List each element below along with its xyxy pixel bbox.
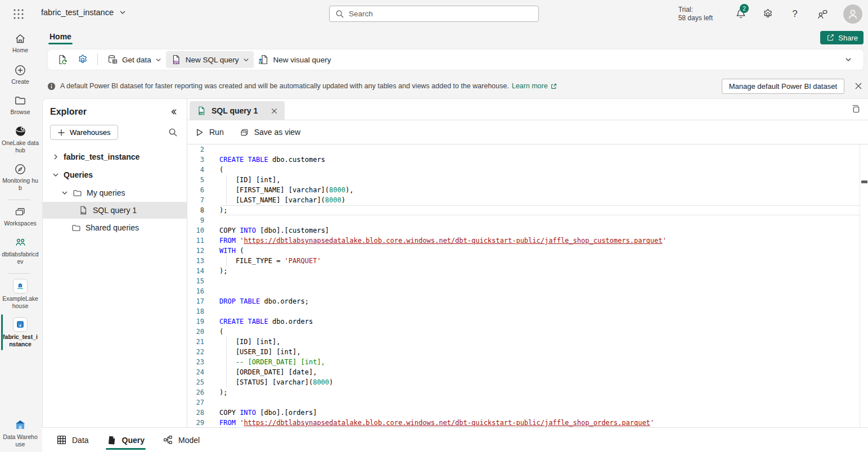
code-line-23[interactable]: 23 -- [ORDER_DATE] [int], [187,357,860,367]
code-line-20[interactable]: 20( [187,327,860,337]
line-number: 24 [187,367,204,377]
rail-item-examplelakehouse[interactable]: ExampleLakehouse [0,279,41,309]
tree-item-sql-query-1[interactable]: SQL SQL query 1 [43,202,187,219]
rail-item-fabric-test-instance[interactable]: fabric_test_instance [0,317,41,347]
line-number: 22 [187,347,204,357]
waffle-icon [12,8,25,20]
code-line-10[interactable]: 10COPY INTO [dbo].[customers] [187,225,860,236]
line-number: 21 [187,337,204,347]
code-line-28[interactable]: 28COPY INTO [dbo].[orders] [187,408,860,418]
learn-more-link[interactable]: Learn more [512,82,557,90]
explorer-title: Explorer [50,107,87,117]
rail-item-create[interactable]: Create [0,64,41,85]
rail-item-onelake-data-hub[interactable]: OneLake data hub [0,125,41,153]
code-line-12[interactable]: 12WITH ( [187,246,860,256]
account-avatar[interactable] [843,4,862,24]
rail-item-home[interactable]: Home [0,33,41,54]
model-diagram-icon [163,435,173,445]
search-placeholder: Search [349,10,373,18]
notifications-button[interactable]: 2 [735,8,747,20]
code-line-7[interactable]: 7 [LAST_NAME] [varchar](8000) [187,195,860,205]
feedback-button[interactable] [816,8,828,20]
chevron-right-icon [52,153,59,160]
sql-file-icon: SQL [78,205,88,215]
new-visual-query-button[interactable]: New visual query [254,51,336,68]
line-text: [LAST_NAME] [varchar](8000) [219,195,860,205]
close-tab-button[interactable] [271,107,278,115]
rail-item-workspaces[interactable]: Workspaces [0,206,41,227]
copy-button[interactable] [851,104,861,115]
rail-item-data-warehouse[interactable]: Data Warehouse [0,418,41,448]
view-tab-data[interactable]: Data [56,428,89,452]
code-line-17[interactable]: 17DROP TABLE dbo.orders; [187,296,860,306]
line-number: 16 [187,286,204,296]
warehouse-settings-button[interactable] [73,51,93,68]
ribbon-tab-home[interactable]: Home [45,30,76,46]
code-line-11[interactable]: 11FROM 'https://dbtlabsynapsedatalake.bl… [187,236,860,246]
code-line-29[interactable]: 29FROM 'https://dbtlabsynapsedatalake.bl… [187,418,860,427]
view-tab-query[interactable]: Query [107,428,145,452]
code-line-24[interactable]: 24 [ORDER_DATE] [date], [187,367,860,377]
code-line-22[interactable]: 22 [USER_ID] [int], [187,347,860,357]
tree-item-queries[interactable]: Queries [43,166,187,184]
save-as-view-button[interactable]: Save as view [240,128,300,137]
code-line-4[interactable]: 4( [187,165,860,175]
tree-item-shared-queries[interactable]: Shared queries [43,219,187,237]
search-icon [168,128,178,137]
explorer-search-button[interactable] [168,128,178,137]
editor-scrollbar[interactable] [860,144,868,427]
code-line-3[interactable]: 3CREATE TABLE dbo.customers [187,155,860,165]
line-number: 14 [187,266,204,276]
share-button[interactable]: Share [820,31,863,44]
rail-item-browse[interactable]: Browse [0,94,41,116]
app-launcher-button[interactable] [12,8,25,20]
collapse-explorer-button[interactable] [170,108,178,116]
sql-file-green-icon: SQL [196,106,206,116]
code-line-25[interactable]: 25 [STATUS] [varchar](8000) [187,377,860,387]
manage-dataset-button[interactable]: Manage default Power BI dataset [722,79,844,94]
tree-item-fabric-test-instance[interactable]: fabric_test_instance [43,148,187,166]
line-number: 20 [187,327,204,337]
new-sql-query-button[interactable]: SQL New SQL query [166,51,254,68]
view-tab-model[interactable]: Model [163,428,200,452]
code-line-15[interactable]: 15 [187,276,860,286]
search-input[interactable]: Search [329,6,539,22]
code-line-18[interactable]: 18 [187,306,860,317]
code-line-21[interactable]: 21 [ID] [int], [187,337,860,347]
indent-guide [226,185,227,195]
code-line-19[interactable]: 19CREATE TABLE dbo.orders [187,317,860,327]
code-line-16[interactable]: 16 [187,286,860,296]
run-button[interactable]: Run [195,128,224,137]
refresh-button[interactable] [52,51,73,68]
query-tab-sql-query-1[interactable]: SQL SQL query 1 [190,101,285,120]
settings-button[interactable] [762,8,774,20]
close-icon [271,107,278,115]
get-data-button[interactable]: Get data [102,51,166,68]
code-line-5[interactable]: 5 [ID] [int], [187,175,860,185]
sql-code-area[interactable]: 23CREATE TABLE dbo.customers4(5 [ID] [in… [187,144,868,427]
rail-item-dbtlabsfabricdev[interactable]: dbtlabsfabricdev [0,236,41,265]
collapse-ribbon-button[interactable] [844,56,852,64]
workspace-switcher[interactable]: fabric_test_instance [41,8,126,17]
new-warehouses-button[interactable]: Warehouses [50,125,118,140]
code-line-26[interactable]: 26); [187,387,860,397]
rail-item-monitoring-hub[interactable]: Monitoring hub [0,163,41,191]
left-navigation-rail: Home Create Browse OneLake data hub Moni… [0,28,42,452]
help-button[interactable]: ? [789,8,801,20]
code-line-9[interactable]: 9 [187,215,860,225]
copy-icon [851,104,861,115]
code-line-6[interactable]: 6 [FIRST_NAME] [varchar](8000), [187,185,860,195]
tree-item-my-queries[interactable]: My queries [43,184,187,202]
line-number: 3 [187,155,204,165]
svg-text:SQL: SQL [81,211,86,214]
code-line-13[interactable]: 13 FILE_TYPE = 'PARQUET' [187,256,860,266]
code-line-14[interactable]: 14); [187,266,860,276]
ribbon-toolbar: Get data SQL New SQL query New visual qu… [48,49,863,70]
code-line-8[interactable]: 8); [187,205,860,215]
banner-close-button[interactable] [853,81,863,91]
gear-blue-icon [77,54,88,65]
data-warehouse-icon [14,418,27,432]
code-line-2[interactable]: 2 [187,144,860,155]
code-line-27[interactable]: 27 [187,397,860,408]
line-text: DROP TABLE dbo.orders; [219,296,860,306]
